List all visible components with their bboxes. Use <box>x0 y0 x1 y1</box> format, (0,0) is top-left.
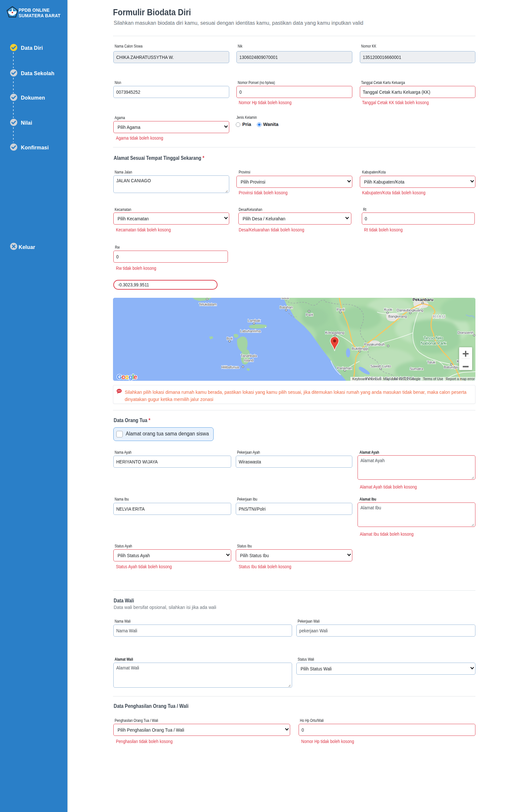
svg-text:Batahan: Batahan <box>280 305 293 309</box>
svg-text:Terms of Use: Terms of Use <box>423 377 443 381</box>
svg-text:Boli: Boli <box>227 336 232 340</box>
svg-text:Telukdalam: Telukdalam <box>199 302 217 306</box>
svg-text:Doesoenh: Doesoenh <box>457 331 473 335</box>
svg-text:Kotopadang: Kotopadang <box>325 331 344 335</box>
svg-text:Lambak: Lambak <box>248 319 260 323</box>
svg-text:Parit: Parit <box>306 313 313 317</box>
svg-text:Danaubingkuang: Danaubingkuang <box>397 308 423 312</box>
svg-text:National Park: National Park <box>421 341 447 345</box>
svg-text:Report a map error: Report a map error <box>446 377 475 381</box>
svg-text:Sawah Lunto: Sawah Lunto <box>370 364 391 368</box>
svg-text:Keyboard shortcuts: Keyboard shortcuts <box>352 377 382 381</box>
svg-text:Taluk: Taluk <box>427 360 435 364</box>
svg-text:Panti: Panti <box>337 308 345 311</box>
svg-text:Kuok: Kuok <box>384 308 392 311</box>
svg-text:RIAU: RIAU <box>433 314 446 319</box>
svg-text:Tanahbala: Tanahbala <box>241 354 257 358</box>
svg-text:Bangkinang: Bangkinang <box>388 314 407 318</box>
svg-text:Tesso Nilo: Tesso Nilo <box>424 336 443 340</box>
svg-text:Labuhanrima: Labuhanrima <box>240 329 261 333</box>
svg-text:Natal: Natal <box>281 298 289 300</box>
svg-text:Map data ©2022 Google: Map data ©2022 Google <box>383 377 421 381</box>
svg-text:Hilibafunua: Hilibafunua <box>221 365 239 369</box>
svg-text:Baturidja: Baturidja <box>444 365 458 369</box>
svg-text:K: K <box>457 359 459 363</box>
svg-text:Island: Island <box>244 358 254 362</box>
svg-text:Pekanbaru: Pekanbaru <box>412 298 433 302</box>
svg-text:Payakumbuh: Payakumbuh <box>364 342 385 346</box>
svg-text:Bukittinggi: Bukittinggi <box>352 347 368 351</box>
svg-text:Pariaman: Pariaman <box>337 366 352 370</box>
svg-text:Google: Google <box>117 373 137 380</box>
svg-text:Sumatra: Sumatra <box>410 367 424 371</box>
